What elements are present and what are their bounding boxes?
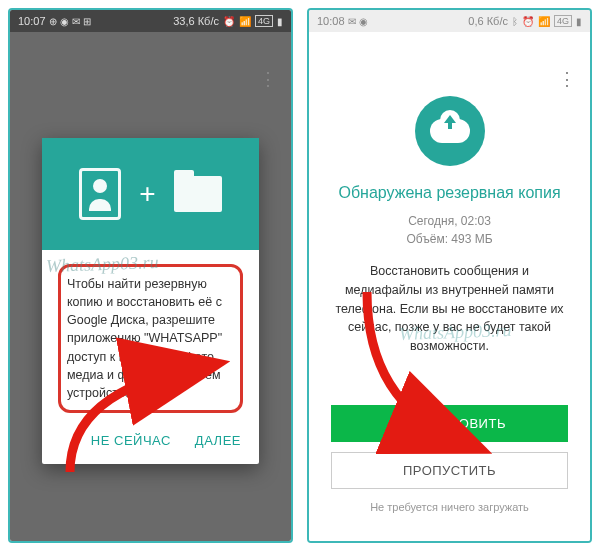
- screen-body: ⋮ WhatsApp03.ru + Чтобы найти резервную …: [10, 32, 291, 541]
- cloud-upload-icon: [415, 96, 485, 166]
- permission-dialog: + Чтобы найти резервную копию и восстано…: [42, 138, 259, 464]
- folder-icon: [174, 176, 222, 212]
- notification-icon: ◉: [359, 16, 368, 27]
- battery-icon: ▮: [576, 16, 582, 27]
- highlight-annotation: Чтобы найти резервную копию и восстанови…: [58, 264, 243, 413]
- signal-icon: 📶: [538, 16, 550, 27]
- skip-button[interactable]: ПРОПУСТИТЬ: [331, 452, 568, 489]
- notification-icon: ⊕: [49, 16, 57, 27]
- backup-meta: Сегодня, 02:03 Объём: 493 МБ: [329, 212, 570, 248]
- status-speed: 33,6 Кб/с: [173, 15, 219, 27]
- status-time: 10:07: [18, 15, 46, 27]
- footnote-text: Не требуется ничего загружать: [331, 501, 568, 513]
- status-time: 10:08: [317, 15, 345, 27]
- status-net: 4G: [255, 15, 273, 27]
- notification-icon: ◉: [60, 16, 69, 27]
- status-bar: 10:08 ✉ ◉ 0,6 Кб/с ᛒ ⏰ 📶 4G ▮: [309, 10, 590, 32]
- screen-body: ⋮ Обнаружена резервная копия Сегодня, 02…: [309, 32, 590, 541]
- backup-size: Объём: 493 МБ: [329, 230, 570, 248]
- overflow-menu-icon[interactable]: ⋮: [558, 68, 574, 90]
- backup-date: Сегодня, 02:03: [329, 212, 570, 230]
- signal-icon: 📶: [239, 16, 251, 27]
- dialog-header: +: [42, 138, 259, 250]
- notification-icon: ⊞: [83, 16, 91, 27]
- alarm-icon: ⏰: [522, 16, 534, 27]
- not-now-button[interactable]: НЕ СЕЙЧАС: [91, 433, 171, 448]
- phone-left: 10:07 ⊕ ◉ ✉ ⊞ 33,6 Кб/с ⏰ 📶 4G ▮ ⋮ Whats…: [8, 8, 293, 543]
- overflow-menu-icon[interactable]: ⋮: [259, 68, 275, 90]
- bluetooth-icon: ᛒ: [512, 16, 518, 27]
- backup-description: Восстановить сообщения и медиафайлы из в…: [329, 262, 570, 356]
- notification-icon: ✉: [348, 16, 356, 27]
- battery-icon: ▮: [277, 16, 283, 27]
- restore-button[interactable]: ВОССТАНОВИТЬ: [331, 405, 568, 442]
- plus-icon: +: [139, 178, 155, 210]
- contact-icon: [79, 168, 121, 220]
- notification-icon: ✉: [72, 16, 80, 27]
- status-bar: 10:07 ⊕ ◉ ✉ ⊞ 33,6 Кб/с ⏰ 📶 4G ▮: [10, 10, 291, 32]
- status-speed: 0,6 Кб/с: [468, 15, 508, 27]
- backup-found-title: Обнаружена резервная копия: [329, 184, 570, 202]
- next-button[interactable]: ДАЛЕЕ: [195, 433, 241, 448]
- alarm-icon: ⏰: [223, 16, 235, 27]
- dialog-text: Чтобы найти резервную копию и восстанови…: [67, 275, 234, 402]
- status-net: 4G: [554, 15, 572, 27]
- phone-right: 10:08 ✉ ◉ 0,6 Кб/с ᛒ ⏰ 📶 4G ▮ ⋮ Обнаруже…: [307, 8, 592, 543]
